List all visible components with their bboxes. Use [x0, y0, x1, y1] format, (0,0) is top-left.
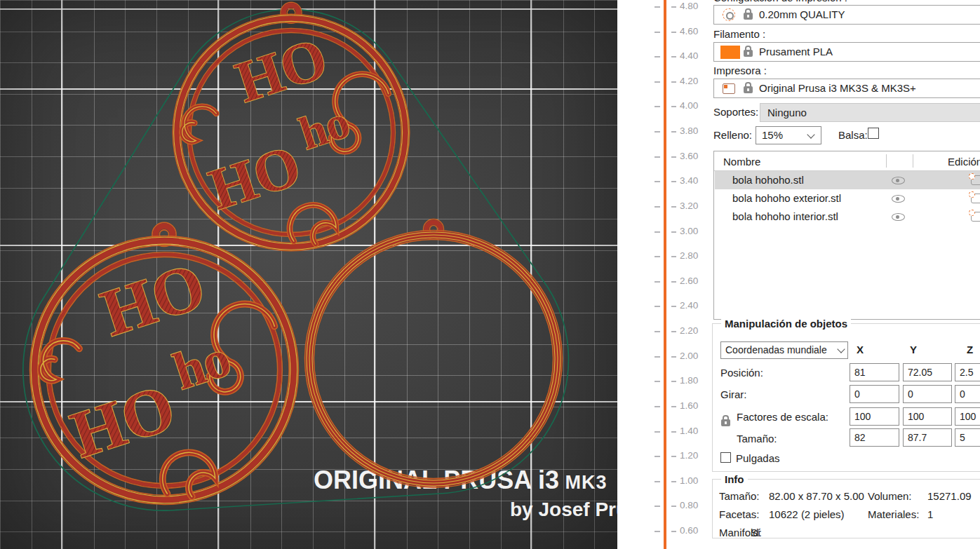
scene-overlay: HO ho HO — [0, 0, 617, 549]
edit-object-icon[interactable] — [971, 175, 980, 185]
rotate-y-input[interactable] — [903, 385, 952, 403]
filament-combo[interactable]: Prusament PLA — [713, 42, 980, 62]
info-facets-label: Facetas: — [719, 508, 760, 520]
supports-combo[interactable]: Ninguno — [760, 103, 980, 122]
ruler-tick-label: 0.80 — [680, 500, 698, 510]
info-manifold-value: Sí — [751, 527, 760, 538]
3d-viewport[interactable]: ORIGINAL PRUSA i3 MK3 by Josef Pru — [0, 0, 617, 549]
visibility-eye-icon[interactable] — [892, 177, 905, 184]
supports-label: Soportes: — [713, 106, 758, 118]
ruler-tick-dash — [671, 531, 676, 532]
column-header-edit[interactable]: Edición — [948, 156, 980, 168]
ruler-tick-dash — [671, 506, 676, 507]
edit-object-icon[interactable] — [971, 194, 980, 203]
position-z-input[interactable] — [955, 363, 980, 381]
ruler-tick-label: 2.20 — [680, 325, 698, 336]
ruler-tick-dash — [655, 156, 660, 158]
size-z-input[interactable] — [955, 428, 980, 447]
ruler-tick-dash — [671, 431, 676, 433]
ruler-tick-label: 3.00 — [680, 226, 698, 236]
scale-x-input[interactable] — [850, 407, 899, 426]
visibility-eye-icon[interactable] — [892, 213, 905, 221]
ruler-tick-dash — [671, 481, 676, 482]
position-y-input[interactable] — [903, 363, 952, 381]
scale-y-input[interactable] — [903, 407, 952, 426]
column-header-name[interactable]: Nombre — [723, 156, 760, 168]
filament-value: Prusament PLA — [759, 43, 833, 61]
info-size-value: 82.00 x 87.70 x 5.00 — [769, 490, 864, 502]
model-bola-exterior[interactable] — [305, 219, 563, 488]
coordinate-system-combo[interactable]: Coordenadas mundiale — [720, 341, 848, 359]
raft-label: Balsa: — [838, 129, 868, 141]
scale-z-input[interactable] — [955, 407, 980, 426]
ruler-tick-label: 2.40 — [680, 300, 698, 311]
object-row-bola-hohoho[interactable]: bola hohoho.stl — [715, 171, 980, 189]
raft-checkbox[interactable] — [868, 128, 879, 139]
inches-checkbox[interactable] — [720, 452, 731, 463]
size-x-input[interactable] — [850, 428, 899, 447]
ruler-tick-dash — [655, 256, 660, 257]
ruler-tick-dash — [671, 281, 676, 283]
ruler-tick-label: 1.80 — [680, 375, 698, 386]
infill-combo[interactable]: 15% — [756, 126, 821, 144]
ruler-tick: 4.60 — [617, 26, 712, 39]
edit-object-icon[interactable] — [971, 212, 980, 222]
ruler-tick: 1.60 — [617, 400, 712, 413]
ruler-tick-dash — [671, 81, 676, 83]
ruler-tick-dash — [671, 6, 676, 8]
ruler-tick-label: 1.00 — [680, 475, 698, 486]
axis-header-y: Y — [910, 344, 917, 355]
rotate-x-input[interactable] — [850, 385, 899, 403]
position-x-input[interactable] — [850, 363, 899, 381]
info-materials-label: Materiales: — [868, 508, 919, 520]
preset-lock-icon — [744, 50, 753, 57]
ruler-tick-dash — [671, 456, 676, 457]
manipulation-title: Manipulación de objetos — [721, 318, 851, 330]
ruler-tick-dash — [671, 331, 676, 332]
prusaslicer-window: { "viewport": { "bed_text_primary": "ORI… — [0, 0, 980, 549]
ruler-tick: 2.40 — [617, 300, 712, 313]
visibility-eye-icon[interactable] — [892, 195, 905, 203]
ruler-tick-dash — [655, 406, 660, 407]
ruler-tick-dash — [655, 506, 660, 507]
object-name: bola hohoho.stl — [732, 174, 804, 186]
ruler-tick-label: 4.80 — [680, 1, 698, 11]
ruler-tick-dash — [671, 56, 676, 57]
ruler-tick: 2.60 — [617, 276, 712, 288]
ruler-tick-dash — [655, 281, 660, 283]
object-row-bola-exterior[interactable]: bola hohoho exterior.stl — [715, 189, 980, 208]
column-separator — [886, 154, 887, 168]
ruler-tick-dash — [671, 181, 676, 182]
print-settings-combo[interactable]: 0.20mm QUALITY — [713, 5, 980, 25]
print-settings-gear-icon — [723, 8, 735, 21]
ruler-tick-dash — [655, 56, 660, 57]
model-bola-hohoho-top[interactable] — [173, 2, 410, 251]
ruler-tick-dash — [655, 32, 660, 33]
ruler-tick: 1.40 — [617, 426, 712, 438]
object-row-bola-interior[interactable]: bola hohoho interior.stl — [715, 208, 980, 226]
ruler-tick-label: 4.40 — [680, 50, 698, 61]
ruler-tick-dash — [655, 481, 660, 482]
info-volume-label: Volumen: — [868, 490, 912, 502]
ruler-tick-dash — [655, 531, 660, 532]
ruler-tick-dash — [655, 456, 660, 457]
ruler-tick-dash — [671, 206, 676, 208]
rotate-label: Girar: — [720, 388, 747, 400]
model-bola-hohoho-left[interactable] — [29, 222, 298, 504]
ruler-tick-dash — [671, 106, 676, 107]
scale-lock-icon[interactable] — [721, 419, 730, 426]
ruler-tick-dash — [655, 106, 660, 107]
ruler-tick: 3.20 — [617, 201, 712, 213]
printer-value: Original Prusa i3 MK3S & MK3S+ — [759, 79, 916, 97]
printer-combo[interactable]: Original Prusa i3 MK3S & MK3S+ — [713, 79, 980, 98]
ruler-tick-label: 3.60 — [680, 151, 698, 161]
preset-lock-icon — [744, 13, 753, 20]
ruler-tick-dash — [655, 306, 660, 307]
ruler-tick: 3.80 — [617, 126, 712, 138]
rotate-z-input[interactable] — [955, 385, 980, 403]
ruler-tick-label: 1.60 — [680, 400, 698, 411]
ruler-tick-label: 2.60 — [680, 276, 698, 286]
ruler-tick-dash — [671, 131, 676, 133]
size-y-input[interactable] — [903, 428, 952, 447]
filament-label: Filamento : — [713, 28, 765, 40]
